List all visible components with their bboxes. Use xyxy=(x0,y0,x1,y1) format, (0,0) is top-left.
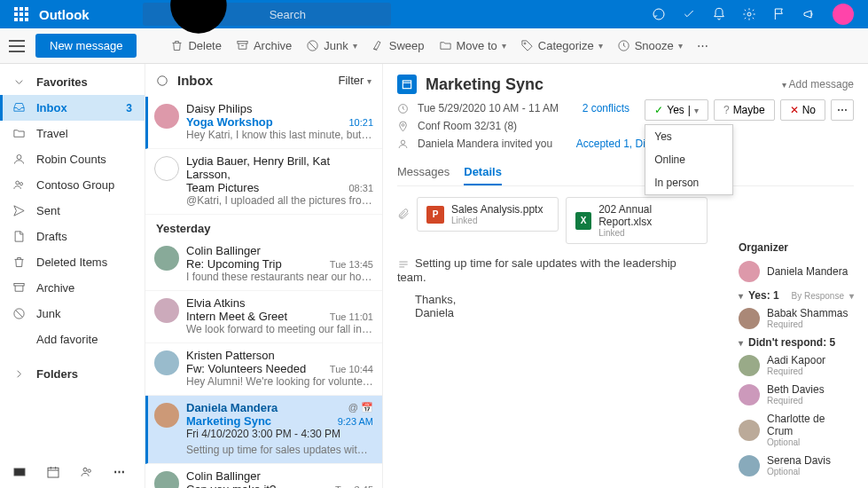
search-box[interactable] xyxy=(143,3,391,26)
message-item[interactable]: Colin Ballinger Can you make it?Tue 3:45… xyxy=(145,464,382,488)
sidebar-addfav[interactable]: Add favorite xyxy=(0,327,145,352)
bell-icon[interactable] xyxy=(712,7,726,21)
attendee[interactable]: Babak ShammasRequired xyxy=(739,307,854,329)
select-all-icon[interactable] xyxy=(156,75,168,87)
add-message-button[interactable]: ▾ Add message xyxy=(782,78,854,91)
sidebar: Favorites Inbox3 Travel Robin Counts Con… xyxy=(0,64,145,488)
msg-preview: Setting up time for sales updates with t… xyxy=(186,444,373,456)
user-avatar[interactable] xyxy=(833,4,854,25)
sidebar-favorites[interactable]: Favorites xyxy=(0,69,145,95)
attendee[interactable]: Serena DavisOptional xyxy=(739,454,854,476)
message-item[interactable]: Colin Ballinger Re: Upcoming TripTue 13:… xyxy=(145,239,382,291)
person-icon xyxy=(397,138,409,150)
megaphone-icon[interactable] xyxy=(802,7,817,21)
sidebar-folders[interactable]: Folders xyxy=(0,361,145,387)
rsvp-maybe-button[interactable]: ?Maybe xyxy=(714,99,775,121)
calendar-icon[interactable] xyxy=(46,465,60,479)
message-item[interactable]: Kristen Patterson Fw: Volunteers NeededT… xyxy=(145,343,382,396)
avatar xyxy=(154,350,179,375)
send-icon xyxy=(12,204,26,217)
sidebar-sent[interactable]: Sent xyxy=(0,198,145,224)
sidebar-inbox[interactable]: Inbox3 xyxy=(0,95,145,121)
sidebar-deleted[interactable]: Deleted Items xyxy=(0,249,145,275)
noresponse-section[interactable]: ▾Didn't respond: 5 xyxy=(739,336,854,349)
menu-icon[interactable] xyxy=(9,40,25,52)
sidebar-drafts[interactable]: Drafts xyxy=(0,224,145,249)
message-item[interactable]: Lydia Bauer, Henry Brill, Kat Larsson, T… xyxy=(145,149,382,215)
msg-when: Fri 4/10/2020 3:00 PM - 4:30 PM xyxy=(186,428,373,440)
svg-point-22 xyxy=(402,123,404,126)
topbar-actions xyxy=(652,4,861,25)
svg-point-10 xyxy=(16,181,20,185)
mail-icon[interactable] xyxy=(12,465,27,479)
attendee[interactable]: Charlotte de CrumOptional xyxy=(739,413,854,447)
inbox-count: 3 xyxy=(126,102,132,114)
rsvp-menu-inperson[interactable]: In person xyxy=(645,171,732,194)
archive-button[interactable]: Archive xyxy=(236,39,292,52)
message-item[interactable]: Daisy Philips Yoga Workshop10:21 Hey Kat… xyxy=(145,97,382,149)
sidebar-junk[interactable]: Junk xyxy=(0,301,145,327)
conflicts-link[interactable]: 2 conflicts xyxy=(583,102,629,114)
person-icon xyxy=(12,153,26,166)
rsvp-more-button[interactable]: ⋯ xyxy=(831,99,854,121)
people-icon[interactable] xyxy=(80,465,94,479)
organizer-panel: Organizer Daniela Mandera ▾Yes: 1By Resp… xyxy=(739,241,854,484)
junk-button[interactable]: Junk▾ xyxy=(306,39,356,52)
attendee[interactable]: Aadi KapoorRequired xyxy=(739,354,854,376)
brand: Outlook xyxy=(39,7,90,22)
msg-subject: Re: Upcoming Trip xyxy=(186,257,282,271)
message-item-selected[interactable]: Daniela Mandera@ 📅 Marketing Sync9:23 AM… xyxy=(145,396,382,464)
msg-preview: @Katri, I uploaded all the pictures from… xyxy=(186,194,373,207)
msg-subject: Fw: Volunteers Needed xyxy=(186,362,306,375)
svg-point-0 xyxy=(170,0,226,33)
snooze-button[interactable]: Snooze▾ xyxy=(617,39,683,52)
draft-icon xyxy=(12,230,26,243)
filter-button[interactable]: Filter ▾ xyxy=(338,74,371,87)
sweep-button[interactable]: Sweep xyxy=(371,39,425,52)
more-button[interactable]: ⋯ xyxy=(697,39,708,52)
inbox-icon xyxy=(12,101,26,114)
rsvp-menu-online[interactable]: Online xyxy=(645,148,732,171)
new-message-button[interactable]: New message xyxy=(35,34,137,58)
sidebar-contoso[interactable]: Contoso Group xyxy=(0,172,145,198)
svg-rect-4 xyxy=(238,42,247,44)
list-title: Inbox xyxy=(177,73,213,88)
svg-point-7 xyxy=(524,43,526,44)
gear-icon[interactable] xyxy=(742,7,756,21)
calendar-badge xyxy=(397,75,417,94)
sidebar-travel[interactable]: Travel xyxy=(0,121,145,146)
sidebar-archive[interactable]: Archive xyxy=(0,275,145,301)
yes-section[interactable]: ▾Yes: 1By Response ▾ xyxy=(739,289,854,302)
more-icon[interactable]: ⋯ xyxy=(113,465,125,479)
svg-line-14 xyxy=(16,311,23,318)
avatar xyxy=(154,104,179,129)
archive-icon xyxy=(236,39,249,52)
chevron-down-icon xyxy=(12,75,26,89)
attachment-xlsx[interactable]: X 202 Annual Report.xlsxLinked xyxy=(566,197,708,244)
app-launcher-icon[interactable] xyxy=(14,7,28,21)
clock-icon xyxy=(617,39,630,52)
flag-icon[interactable] xyxy=(772,7,786,21)
chat-icon[interactable] xyxy=(652,7,666,21)
rsvp-yes-button[interactable]: ✓Yes | ▾ xyxy=(645,99,708,121)
categorize-button[interactable]: Categorize▾ xyxy=(520,39,603,52)
rsvp-menu-yes[interactable]: Yes xyxy=(645,125,732,148)
task-icon[interactable] xyxy=(682,7,696,21)
delete-button[interactable]: Delete xyxy=(170,39,222,52)
sidebar-robin[interactable]: Robin Counts xyxy=(0,146,145,172)
xlsx-icon: X xyxy=(575,212,591,230)
msg-time: Tue 10:44 xyxy=(330,364,373,374)
msg-from: Lydia Bauer, Henry Brill, Kat Larsson, xyxy=(186,154,373,181)
attachment-pptx[interactable]: P Sales Analysis.pptxLinked xyxy=(417,197,559,232)
search-icon xyxy=(152,0,264,71)
msg-subject: Team Pictures xyxy=(186,181,259,194)
organizer-person[interactable]: Daniela Mandera xyxy=(739,261,854,282)
attendee[interactable]: Beth DaviesRequired xyxy=(739,383,854,405)
search-input[interactable] xyxy=(270,8,382,21)
tab-messages[interactable]: Messages xyxy=(397,165,450,185)
rsvp-no-button[interactable]: ✕No xyxy=(780,99,825,121)
moveto-button[interactable]: Move to▾ xyxy=(439,39,506,52)
tab-details[interactable]: Details xyxy=(464,165,502,185)
archive-icon xyxy=(12,281,26,295)
message-item[interactable]: Elvia Atkins Intern Meet & GreetTue 11:0… xyxy=(145,291,382,343)
